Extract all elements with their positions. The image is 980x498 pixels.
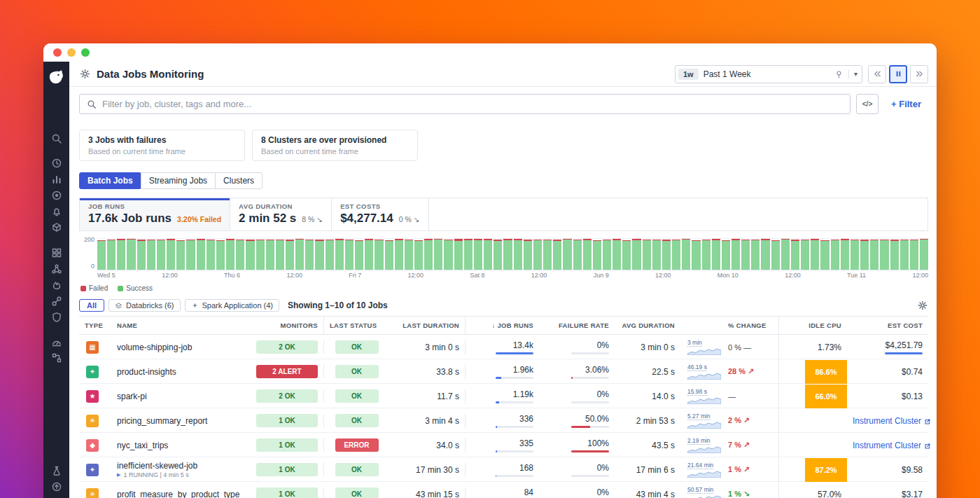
column-header-last-status[interactable]: LAST STATUS	[323, 317, 389, 334]
links-icon[interactable]	[51, 296, 62, 307]
column-header-avg-duration[interactable]: AVG DURATION	[615, 317, 680, 334]
job-name[interactable]: product-insights	[117, 367, 245, 377]
tab-batch-jobs[interactable]: Batch Jobs	[79, 172, 141, 189]
insight-subtitle: Based on current time frame	[261, 147, 409, 155]
filter-chip-spark-application-4-[interactable]: Spark Application (4)	[185, 299, 280, 312]
last-status-cell: OK	[323, 365, 389, 378]
filter-chip-all[interactable]: All	[79, 299, 104, 312]
job-name[interactable]: pricing_summary_report	[117, 416, 245, 426]
last-duration-cell: 3 min 4 s	[389, 416, 465, 426]
column-header-name[interactable]: NAME	[111, 317, 251, 334]
table-row[interactable]: ✦ inefficient-skewed-job ▶1 RUNNING | 4 …	[79, 457, 928, 482]
column-header-type[interactable]: TYPE	[79, 317, 111, 334]
table-row[interactable]: ▦ volume-shipping-job 2 OK OK 3 min 0 s …	[79, 335, 928, 359]
x-axis-tick: Thu 6	[224, 272, 240, 279]
chart-bar	[622, 240, 631, 270]
column-header-est-cost[interactable]: EST COST	[847, 317, 928, 334]
apm-icon[interactable]	[51, 279, 62, 291]
job-name[interactable]: inefficient-skewed-job	[117, 461, 245, 471]
legend-item-failed[interactable]: Failed	[80, 284, 108, 292]
chart-bar	[910, 240, 918, 270]
est-cost-value: $4,251.79	[886, 340, 923, 350]
close-window-button[interactable]	[53, 48, 62, 57]
time-range-picker[interactable]: 1w Past 1 Week ▾	[675, 65, 862, 83]
fast-forward-button[interactable]	[910, 65, 928, 83]
showing-count: Showing 1–10 of 10 Jobs	[288, 300, 388, 310]
failure-rate-cell: 0%	[539, 340, 615, 354]
tab-clusters[interactable]: Clusters	[215, 172, 262, 189]
datadog-logo[interactable]	[48, 69, 65, 85]
stat-value: 2 min 52 s	[239, 212, 296, 226]
job-runs-chart[interactable]: 200 0 Wed 512:00Thu 612:00Fri 712:00Sat …	[79, 238, 928, 279]
chart-bar	[781, 239, 790, 270]
insight-card[interactable]: 8 Clusters are over provisioned Based on…	[252, 130, 418, 161]
monitors-icon[interactable]	[51, 206, 62, 217]
job-name-cell[interactable]: profit_measure_by_product_type	[111, 490, 251, 498]
deploy-icon[interactable]	[51, 481, 62, 492]
insight-card[interactable]: 3 Jobs with failures Based on current ti…	[79, 130, 245, 161]
column-header-job-runs[interactable]: ↓ JOB RUNS	[465, 317, 539, 334]
job-name[interactable]: nyc_taxi_trips	[117, 441, 245, 450]
job-name-cell[interactable]: volume-shipping-job	[111, 343, 251, 352]
history-icon[interactable]	[51, 158, 62, 169]
gauge-icon[interactable]	[51, 336, 62, 347]
column-header-failure-rate[interactable]: FAILURE RATE	[539, 317, 615, 334]
stat-job-runs[interactable]: JOB RUNS 17.6k Job runs 3.20% Failed	[80, 198, 230, 230]
column-header--change[interactable]: % CHANGE	[722, 317, 778, 334]
filter-chip-databricks-6-[interactable]: Databricks (6)	[108, 299, 180, 312]
job-name-cell[interactable]: pricing_summary_report	[111, 416, 251, 426]
table-header: TYPENAMEMONITORSLAST STATUSLAST DURATION…	[79, 316, 928, 335]
job-name[interactable]: spark-pi	[117, 392, 245, 401]
minimize-window-button[interactable]	[67, 48, 76, 57]
table-row[interactable]: ◆ nyc_taxi_trips 1 OK ERROR 34.0 s 335 1…	[79, 433, 928, 457]
stat-avg-duration[interactable]: AVG DURATION 2 min 52 s 8 % ↘	[230, 198, 332, 230]
chart-bar	[603, 240, 611, 270]
pause-button[interactable]	[889, 65, 907, 83]
instrument-cluster-link[interactable]: Instrument Cluster	[853, 416, 931, 426]
legend-item-success[interactable]: Success	[118, 284, 153, 292]
rewind-button[interactable]	[868, 65, 886, 83]
table-row[interactable]: ✦ product-insights 2 ALERT OK 33.8 s 1.9…	[79, 359, 928, 384]
job-name-cell[interactable]: nyc_taxi_trips	[111, 441, 251, 450]
processes-icon[interactable]	[51, 247, 62, 258]
table-row[interactable]: ★ spark-pi 2 OK OK 11.7 s 1.19k 0% 14.0 …	[79, 384, 928, 408]
job-name[interactable]: volume-shipping-job	[117, 343, 245, 352]
network-icon[interactable]	[51, 263, 62, 275]
metrics-icon[interactable]	[51, 174, 62, 185]
pct-change-cell: 0 % —	[722, 343, 778, 352]
chart-bar	[355, 240, 363, 270]
last-duration-cell: 11.7 s	[389, 392, 465, 401]
column-header-idle-cpu[interactable]: IDLE CPU	[778, 317, 847, 334]
table-row[interactable]: ☀ pricing_summary_report 1 OK OK 3 min 4…	[79, 408, 928, 433]
tab-streaming-jobs[interactable]: Streaming Jobs	[141, 172, 216, 189]
add-filter-button[interactable]: + Filter	[884, 99, 928, 109]
job-name-cell[interactable]: inefficient-skewed-job ▶1 RUNNING | 4 mi…	[111, 461, 251, 478]
chevron-down-icon[interactable]: ▾	[848, 69, 858, 79]
zoom-window-button[interactable]	[81, 48, 90, 57]
job-name[interactable]: profit_measure_by_product_type	[117, 490, 245, 498]
column-header-last-duration[interactable]: LAST DURATION	[389, 317, 465, 334]
column-header-monitors[interactable]: MONITORS	[251, 317, 323, 334]
search-icon[interactable]	[51, 133, 62, 144]
watchdog-icon[interactable]	[51, 190, 62, 201]
table-row[interactable]: ☀ profit_measure_by_product_type 1 OK OK…	[79, 482, 928, 498]
job-runs-bar	[496, 426, 533, 428]
failure-rate-cell: 50.0%	[539, 414, 615, 428]
security-icon[interactable]	[51, 312, 62, 323]
y-axis-tick: 200	[79, 236, 94, 243]
chart-bar	[117, 239, 125, 270]
avg-duration-sparkline-cell: 15.98 s	[680, 388, 722, 405]
filter-search-input[interactable]	[102, 99, 843, 109]
failure-rate-bar	[571, 450, 609, 452]
table-settings-gear-icon[interactable]	[917, 300, 928, 311]
flask-icon[interactable]	[51, 465, 62, 476]
pipelines-icon[interactable]	[51, 352, 62, 364]
pin-icon[interactable]	[834, 69, 844, 78]
query-syntax-button[interactable]: </>	[856, 94, 878, 114]
instrument-cluster-link[interactable]: Instrument Cluster	[853, 441, 931, 450]
job-name-cell[interactable]: spark-pi	[111, 392, 251, 401]
stat-est-costs[interactable]: EST COSTS $4,277.14 0 % ↘	[332, 198, 428, 230]
job-name-cell[interactable]: product-insights	[111, 367, 251, 377]
avg-duration-sparkline-cell: 21.64 min	[680, 462, 722, 478]
infrastructure-icon[interactable]	[51, 222, 62, 233]
